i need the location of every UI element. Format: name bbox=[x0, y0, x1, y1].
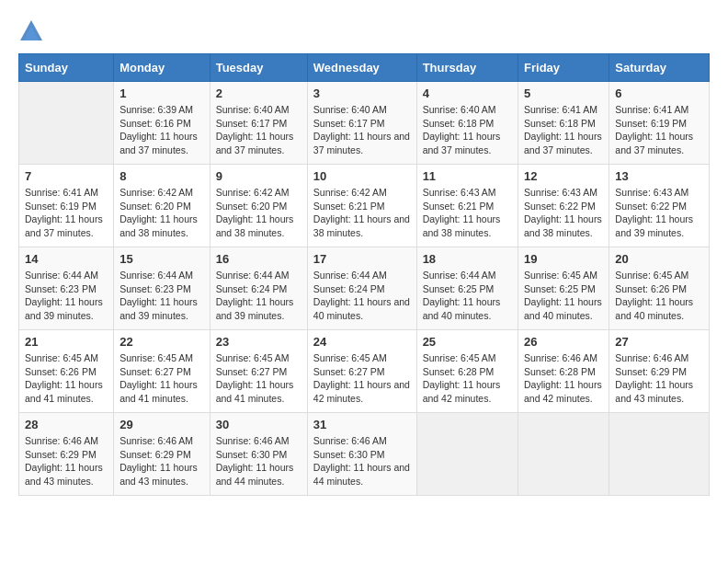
calendar-week-row: 7 Sunrise: 6:41 AM Sunset: 6:19 PM Dayli… bbox=[19, 165, 710, 247]
day-info: Sunrise: 6:40 AM Sunset: 6:18 PM Dayligh… bbox=[423, 103, 512, 157]
day-info: Sunrise: 6:44 AM Sunset: 6:24 PM Dayligh… bbox=[313, 269, 411, 323]
day-number: 20 bbox=[615, 252, 703, 266]
calendar-week-row: 1 Sunrise: 6:39 AM Sunset: 6:16 PM Dayli… bbox=[19, 82, 710, 165]
day-number: 30 bbox=[216, 418, 301, 431]
day-info: Sunrise: 6:40 AM Sunset: 6:17 PM Dayligh… bbox=[216, 103, 301, 157]
day-info: Sunrise: 6:41 AM Sunset: 6:18 PM Dayligh… bbox=[524, 103, 603, 157]
day-info: Sunrise: 6:45 AM Sunset: 6:27 PM Dayligh… bbox=[119, 351, 204, 406]
calendar-week-row: 14 Sunrise: 6:44 AM Sunset: 6:23 PM Dayl… bbox=[19, 247, 710, 330]
calendar-cell: 10 Sunrise: 6:42 AM Sunset: 6:21 PM Dayl… bbox=[307, 165, 416, 247]
day-number: 5 bbox=[524, 86, 603, 100]
day-number: 2 bbox=[216, 86, 301, 100]
day-info: Sunrise: 6:44 AM Sunset: 6:23 PM Dayligh… bbox=[25, 269, 108, 323]
day-number: 19 bbox=[524, 252, 603, 266]
calendar-cell: 8 Sunrise: 6:42 AM Sunset: 6:20 PM Dayli… bbox=[114, 165, 210, 247]
day-number: 4 bbox=[423, 86, 512, 100]
calendar-cell: 1 Sunrise: 6:39 AM Sunset: 6:16 PM Dayli… bbox=[114, 82, 210, 165]
calendar-cell: 11 Sunrise: 6:43 AM Sunset: 6:21 PM Dayl… bbox=[416, 165, 518, 247]
day-number: 18 bbox=[423, 252, 512, 266]
calendar-cell: 20 Sunrise: 6:45 AM Sunset: 6:26 PM Dayl… bbox=[609, 247, 710, 330]
calendar-cell: 14 Sunrise: 6:44 AM Sunset: 6:23 PM Dayl… bbox=[19, 247, 114, 330]
calendar-cell: 24 Sunrise: 6:45 AM Sunset: 6:27 PM Dayl… bbox=[307, 330, 416, 413]
calendar-cell: 30 Sunrise: 6:46 AM Sunset: 6:30 PM Dayl… bbox=[210, 413, 307, 496]
calendar-cell: 26 Sunrise: 6:46 AM Sunset: 6:28 PM Dayl… bbox=[518, 330, 609, 413]
day-number: 16 bbox=[216, 252, 301, 266]
day-number: 10 bbox=[313, 169, 411, 183]
calendar-cell: 5 Sunrise: 6:41 AM Sunset: 6:18 PM Dayli… bbox=[518, 82, 609, 165]
col-wednesday: Wednesday bbox=[307, 54, 416, 82]
day-number: 26 bbox=[524, 335, 603, 349]
day-info: Sunrise: 6:42 AM Sunset: 6:21 PM Dayligh… bbox=[313, 186, 411, 240]
day-number: 3 bbox=[313, 86, 411, 100]
calendar-cell: 18 Sunrise: 6:44 AM Sunset: 6:25 PM Dayl… bbox=[416, 247, 518, 330]
calendar-cell: 6 Sunrise: 6:41 AM Sunset: 6:19 PM Dayli… bbox=[609, 82, 710, 165]
day-info: Sunrise: 6:43 AM Sunset: 6:21 PM Dayligh… bbox=[423, 186, 512, 240]
calendar-cell: 12 Sunrise: 6:43 AM Sunset: 6:22 PM Dayl… bbox=[518, 165, 609, 247]
day-number: 28 bbox=[25, 418, 108, 431]
col-sunday: Sunday bbox=[19, 54, 114, 82]
logo bbox=[18, 18, 48, 44]
day-info: Sunrise: 6:41 AM Sunset: 6:19 PM Dayligh… bbox=[25, 186, 108, 240]
day-number: 17 bbox=[313, 252, 411, 266]
calendar-cell bbox=[609, 413, 710, 496]
day-info: Sunrise: 6:46 AM Sunset: 6:30 PM Dayligh… bbox=[216, 434, 301, 488]
calendar-cell: 16 Sunrise: 6:44 AM Sunset: 6:24 PM Dayl… bbox=[210, 247, 307, 330]
col-friday: Friday bbox=[518, 54, 609, 82]
day-info: Sunrise: 6:41 AM Sunset: 6:19 PM Dayligh… bbox=[615, 103, 703, 157]
day-number: 1 bbox=[119, 86, 204, 100]
day-number: 12 bbox=[524, 169, 603, 183]
calendar-cell: 2 Sunrise: 6:40 AM Sunset: 6:17 PM Dayli… bbox=[210, 82, 307, 165]
page-header bbox=[18, 18, 710, 44]
calendar-cell: 9 Sunrise: 6:42 AM Sunset: 6:20 PM Dayli… bbox=[210, 165, 307, 247]
col-saturday: Saturday bbox=[609, 54, 710, 82]
calendar-cell: 23 Sunrise: 6:45 AM Sunset: 6:27 PM Dayl… bbox=[210, 330, 307, 413]
logo-icon bbox=[18, 18, 44, 44]
calendar-cell: 13 Sunrise: 6:43 AM Sunset: 6:22 PM Dayl… bbox=[609, 165, 710, 247]
day-number: 22 bbox=[119, 335, 204, 349]
day-number: 6 bbox=[615, 86, 703, 100]
day-info: Sunrise: 6:45 AM Sunset: 6:25 PM Dayligh… bbox=[524, 269, 603, 323]
day-number: 13 bbox=[615, 169, 703, 183]
calendar-cell: 3 Sunrise: 6:40 AM Sunset: 6:17 PM Dayli… bbox=[307, 82, 416, 165]
day-number: 29 bbox=[119, 418, 204, 431]
calendar-cell: 27 Sunrise: 6:46 AM Sunset: 6:29 PM Dayl… bbox=[609, 330, 710, 413]
day-info: Sunrise: 6:46 AM Sunset: 6:29 PM Dayligh… bbox=[615, 351, 703, 406]
calendar-cell: 4 Sunrise: 6:40 AM Sunset: 6:18 PM Dayli… bbox=[416, 82, 518, 165]
day-info: Sunrise: 6:43 AM Sunset: 6:22 PM Dayligh… bbox=[524, 186, 603, 240]
day-number: 24 bbox=[313, 335, 411, 349]
day-info: Sunrise: 6:45 AM Sunset: 6:26 PM Dayligh… bbox=[25, 351, 108, 406]
day-number: 27 bbox=[615, 335, 703, 349]
calendar-cell: 29 Sunrise: 6:46 AM Sunset: 6:29 PM Dayl… bbox=[114, 413, 210, 496]
calendar-cell: 21 Sunrise: 6:45 AM Sunset: 6:26 PM Dayl… bbox=[19, 330, 114, 413]
calendar-cell: 17 Sunrise: 6:44 AM Sunset: 6:24 PM Dayl… bbox=[307, 247, 416, 330]
calendar-cell bbox=[416, 413, 518, 496]
day-info: Sunrise: 6:44 AM Sunset: 6:23 PM Dayligh… bbox=[119, 269, 204, 323]
day-number: 25 bbox=[423, 335, 512, 349]
day-info: Sunrise: 6:45 AM Sunset: 6:26 PM Dayligh… bbox=[615, 269, 703, 323]
col-tuesday: Tuesday bbox=[210, 54, 307, 82]
col-thursday: Thursday bbox=[416, 54, 518, 82]
day-info: Sunrise: 6:42 AM Sunset: 6:20 PM Dayligh… bbox=[119, 186, 204, 240]
calendar-cell: 25 Sunrise: 6:45 AM Sunset: 6:28 PM Dayl… bbox=[416, 330, 518, 413]
day-info: Sunrise: 6:45 AM Sunset: 6:27 PM Dayligh… bbox=[216, 351, 301, 406]
calendar-week-row: 28 Sunrise: 6:46 AM Sunset: 6:29 PM Dayl… bbox=[19, 413, 710, 496]
calendar-table: Sunday Monday Tuesday Wednesday Thursday… bbox=[18, 53, 710, 496]
day-info: Sunrise: 6:45 AM Sunset: 6:27 PM Dayligh… bbox=[313, 351, 411, 406]
day-number: 21 bbox=[25, 335, 108, 349]
day-info: Sunrise: 6:42 AM Sunset: 6:20 PM Dayligh… bbox=[216, 186, 301, 240]
calendar-cell bbox=[19, 82, 114, 165]
day-info: Sunrise: 6:40 AM Sunset: 6:17 PM Dayligh… bbox=[313, 103, 411, 157]
calendar-cell bbox=[518, 413, 609, 496]
day-number: 14 bbox=[25, 252, 108, 266]
day-info: Sunrise: 6:44 AM Sunset: 6:25 PM Dayligh… bbox=[423, 269, 512, 323]
calendar-cell: 19 Sunrise: 6:45 AM Sunset: 6:25 PM Dayl… bbox=[518, 247, 609, 330]
calendar-cell: 15 Sunrise: 6:44 AM Sunset: 6:23 PM Dayl… bbox=[114, 247, 210, 330]
calendar-cell: 31 Sunrise: 6:46 AM Sunset: 6:30 PM Dayl… bbox=[307, 413, 416, 496]
day-info: Sunrise: 6:46 AM Sunset: 6:30 PM Dayligh… bbox=[313, 434, 411, 488]
calendar-week-row: 21 Sunrise: 6:45 AM Sunset: 6:26 PM Dayl… bbox=[19, 330, 710, 413]
col-monday: Monday bbox=[114, 54, 210, 82]
calendar-cell: 28 Sunrise: 6:46 AM Sunset: 6:29 PM Dayl… bbox=[19, 413, 114, 496]
day-info: Sunrise: 6:46 AM Sunset: 6:28 PM Dayligh… bbox=[524, 351, 603, 406]
day-info: Sunrise: 6:39 AM Sunset: 6:16 PM Dayligh… bbox=[119, 103, 204, 157]
day-number: 7 bbox=[25, 169, 108, 183]
